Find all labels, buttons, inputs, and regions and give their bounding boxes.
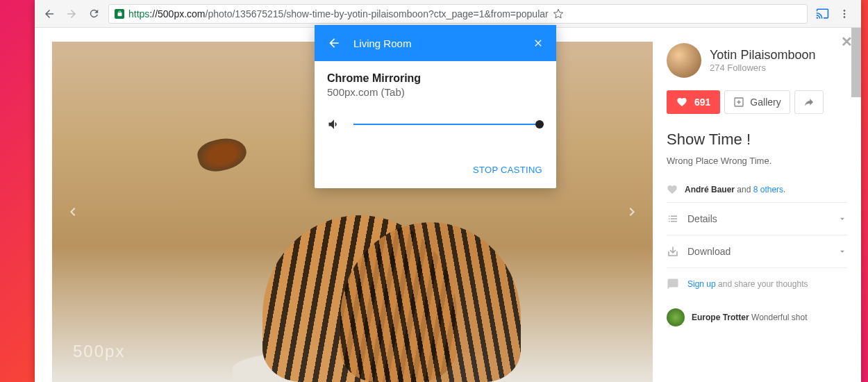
gallery-button[interactable]: Gallery	[724, 90, 790, 114]
svg-point-2	[844, 16, 846, 18]
commenter-name[interactable]: Europe Trotter	[692, 313, 749, 322]
details-section[interactable]: Details	[667, 202, 847, 235]
likers-row: André Bauer and 8 others.	[667, 177, 847, 202]
chevron-down-icon	[837, 214, 847, 224]
cast-back-button[interactable]	[327, 36, 341, 50]
cast-device-name: Living Room	[353, 38, 520, 49]
author-block: Yotin Pilaisomboon 274 Followers	[667, 43, 847, 78]
commenter-avatar[interactable]	[667, 308, 685, 326]
gallery-label: Gallery	[750, 97, 781, 108]
action-row: 691 Gallery	[667, 90, 847, 114]
details-label: Details	[687, 213, 717, 224]
svg-point-0	[844, 10, 846, 12]
comment-prompt: Sign up and share your thoughts	[667, 267, 847, 300]
url-scheme: https	[128, 8, 149, 19]
url-text: https://500px.com/photo/135675215/show-t…	[128, 8, 549, 19]
signup-link[interactable]: Sign up	[687, 279, 716, 289]
cast-dialog-body: Chrome Mirroring 500px.com (Tab)	[315, 61, 556, 159]
cast-icon[interactable]	[816, 7, 829, 20]
url-path: /photo/135675215/show-time-by-yotin-pila…	[206, 8, 549, 19]
comment-text: Wonderful shot	[749, 313, 808, 322]
cast-source-label: 500px.com (Tab)	[327, 86, 544, 98]
download-label: Download	[687, 246, 731, 257]
reload-button[interactable]	[87, 8, 100, 20]
list-icon	[667, 213, 679, 225]
svg-point-1	[844, 13, 846, 15]
download-section[interactable]: Download	[667, 235, 847, 267]
cast-dialog: Living Room Chrome Mirroring 500px.com (…	[315, 25, 556, 188]
heart-icon	[676, 97, 687, 108]
like-button[interactable]: 691	[667, 90, 720, 114]
share-button[interactable]	[794, 90, 824, 114]
cast-close-button[interactable]	[533, 38, 544, 49]
toolbar-right	[816, 7, 853, 20]
forward-button[interactable]	[65, 8, 78, 20]
watermark: 500px	[73, 342, 125, 361]
like-count: 691	[694, 97, 710, 108]
liker-others-link[interactable]: 8 others	[753, 185, 783, 194]
liker-name[interactable]: André Bauer	[685, 185, 735, 194]
photo-prev-button[interactable]	[59, 198, 87, 226]
cast-mirroring-title: Chrome Mirroring	[327, 72, 544, 85]
avatar[interactable]	[667, 43, 701, 78]
nav-buttons	[43, 8, 100, 20]
menu-icon[interactable]	[839, 8, 850, 19]
share-icon	[803, 97, 815, 108]
comment-icon	[667, 278, 679, 290]
bird-shape	[194, 133, 249, 176]
photo-title: Show Time !	[667, 131, 847, 149]
browser-toolbar: https://500px.com/photo/135675215/show-t…	[35, 0, 861, 28]
volume-thumb[interactable]	[535, 120, 544, 128]
scrollbar[interactable]	[851, 28, 861, 97]
lock-icon	[115, 9, 124, 19]
chevron-down-icon	[837, 247, 847, 256]
heart-outline-icon	[667, 184, 678, 195]
back-button[interactable]	[43, 8, 56, 20]
url-domain: ://500px.com	[149, 8, 205, 19]
volume-icon[interactable]	[327, 117, 341, 131]
cast-dialog-footer: STOP CASTING	[315, 159, 556, 188]
cast-dialog-header: Living Room	[315, 25, 556, 61]
comment-row: Europe Trotter Wonderful shot	[667, 300, 847, 326]
download-icon	[667, 245, 679, 258]
volume-slider[interactable]	[353, 124, 544, 125]
volume-row	[327, 117, 544, 131]
photo-subtitle: Wrong Place Wrong Time.	[667, 156, 847, 166]
photo-next-button[interactable]	[618, 198, 646, 226]
sidebar: ✕ Yotin Pilaisomboon 274 Followers 691 G…	[653, 28, 861, 382]
followers-count: 274 Followers	[710, 63, 815, 73]
star-icon[interactable]	[553, 8, 564, 19]
stop-casting-button[interactable]: STOP CASTING	[473, 165, 542, 175]
author-name[interactable]: Yotin Pilaisomboon	[710, 48, 815, 63]
add-gallery-icon	[733, 97, 744, 108]
address-bar[interactable]: https://500px.com/photo/135675215/show-t…	[108, 4, 808, 24]
